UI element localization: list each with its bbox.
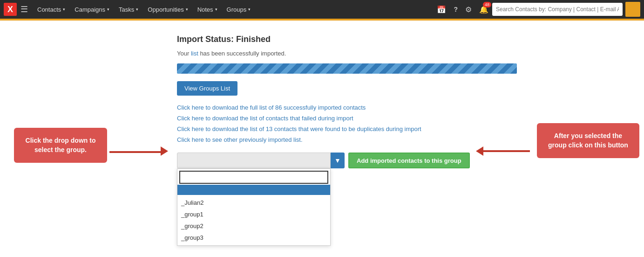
- nav-groups[interactable]: Groups ▾: [222, 0, 256, 19]
- arrow-head: [161, 146, 168, 157]
- logo-area: X ☰: [4, 3, 28, 16]
- user-avatar[interactable]: [625, 2, 640, 17]
- search-input[interactable]: [492, 3, 623, 16]
- dropdown-row: ▼: [177, 153, 345, 168]
- opportunities-caret: ▾: [186, 7, 188, 12]
- success-message: Your list has been successfully imported…: [177, 50, 625, 57]
- nav-notes[interactable]: Notes ▾: [193, 0, 222, 19]
- dropdown-item-group1[interactable]: _group1: [177, 208, 330, 220]
- annotation-left-box: Click the drop down to select the group.: [14, 128, 107, 163]
- arrow-line-right: [483, 150, 530, 152]
- nav-opportunities[interactable]: Opportunities ▾: [143, 0, 192, 19]
- main-content: Click the drop down to select the group.…: [0, 21, 644, 182]
- tasks-caret: ▾: [136, 7, 138, 12]
- nav-menu: Contacts ▾ Campaigns ▾ Tasks ▾ Opportuni…: [33, 0, 433, 19]
- dropdown-item-group2[interactable]: _group2: [177, 220, 330, 232]
- view-groups-button[interactable]: View Groups List: [177, 81, 237, 96]
- add-to-group-button[interactable]: Add imported contacts to this group: [348, 153, 470, 168]
- top-navigation: X ☰ Contacts ▾ Campaigns ▾ Tasks ▾ Oppor…: [0, 0, 644, 19]
- help-icon[interactable]: ?: [450, 0, 461, 19]
- dropdown-highlight: [177, 185, 330, 195]
- groups-caret: ▾: [248, 7, 251, 12]
- search-area: [492, 3, 623, 16]
- settings-icon[interactable]: ⚙: [461, 0, 475, 19]
- download-link-2[interactable]: Click here to download the list of conta…: [177, 115, 625, 122]
- arrow-left: [109, 146, 168, 157]
- dropdown-search-input[interactable]: [179, 171, 328, 184]
- list-link[interactable]: list: [191, 50, 198, 57]
- logo-icon[interactable]: X: [4, 3, 17, 16]
- dropdown-list: _Julian2 _group1 _group2 _group3: [177, 185, 330, 245]
- nav-campaigns[interactable]: Campaigns ▾: [70, 0, 114, 19]
- download-link-1[interactable]: Click here to download the full list of …: [177, 104, 625, 111]
- hamburger-menu[interactable]: ☰: [20, 4, 28, 14]
- progress-bar: [177, 63, 517, 74]
- notification-badge: 48: [483, 2, 491, 7]
- dropdown-open-panel: _Julian2 _group1 _group2 _group3: [177, 168, 331, 246]
- campaigns-caret: ▾: [107, 7, 109, 12]
- contacts-caret: ▾: [63, 7, 65, 12]
- nav-tasks[interactable]: Tasks ▾: [114, 0, 143, 19]
- calendar-icon[interactable]: 📅: [433, 0, 450, 19]
- dropdown-item-group3[interactable]: _group3: [177, 232, 330, 243]
- bell-icon[interactable]: 🔔 48: [475, 0, 492, 19]
- dropdown-item-julian2[interactable]: _Julian2: [177, 197, 330, 208]
- group-dropdown-select[interactable]: [177, 153, 331, 168]
- page-title: Import Status: Finished: [177, 35, 625, 44]
- nav-contacts[interactable]: Contacts ▾: [33, 0, 70, 19]
- arrow-line: [109, 151, 161, 153]
- group-dropdown-container: ▼ _Julian2 _group1 _group2 _group3: [177, 153, 345, 168]
- group-selector-area: ▼ _Julian2 _group1 _group2 _group3 Add i…: [177, 153, 625, 168]
- notes-caret: ▾: [215, 7, 217, 12]
- dropdown-caret-button[interactable]: ▼: [331, 153, 345, 168]
- dropdown-items: _Julian2 _group1 _group2 _group3: [177, 195, 330, 245]
